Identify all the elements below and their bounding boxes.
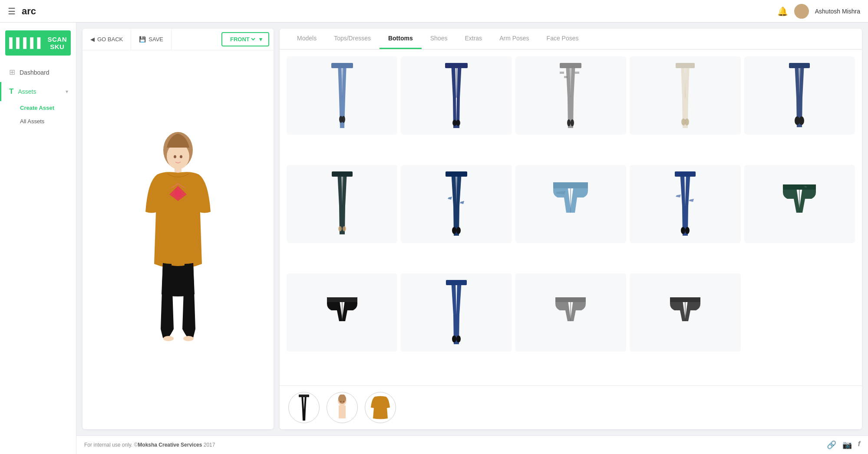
list-item[interactable]: [401, 56, 512, 135]
selected-model-circle[interactable]: [327, 392, 358, 423]
preview-panel: ◀ GO BACK 💾 SAVE FRONT BACK SIDE ▾: [83, 29, 274, 429]
main-layout: ▌▌▌▌▌ SCAN SKU ⊞ Dashboard T Assets ▾ Cr…: [0, 23, 868, 454]
svg-point-36: [343, 226, 346, 231]
svg-point-8: [174, 155, 176, 158]
hamburger-menu[interactable]: ☰: [8, 6, 16, 16]
avatar: [794, 4, 809, 19]
sidebar-assets-label: Assets: [18, 88, 36, 95]
svg-point-45: [685, 227, 690, 234]
svg-rect-22: [575, 72, 579, 74]
topbar-right: 🔔 Ashutosh Mishra: [777, 4, 860, 19]
svg-point-13: [342, 116, 345, 123]
svg-rect-21: [564, 76, 568, 78]
list-item[interactable]: [401, 165, 512, 243]
svg-point-39: [452, 227, 456, 234]
svg-rect-20: [560, 72, 564, 74]
camera-icon[interactable]: 📷: [842, 440, 852, 450]
list-item[interactable]: [287, 273, 397, 352]
svg-rect-59: [339, 405, 346, 418]
list-item[interactable]: [744, 165, 855, 243]
svg-point-17: [456, 120, 460, 126]
save-button[interactable]: 💾 SAVE: [131, 29, 172, 50]
sidebar-item-create-asset[interactable]: Create Asset: [16, 101, 76, 115]
footer-icons: 🔗 📷 f: [827, 440, 860, 450]
sidebar-dashboard-label: Dashboard: [20, 69, 50, 76]
list-item[interactable]: [515, 56, 626, 135]
svg-point-60: [338, 395, 346, 404]
footer-copyright: For internal use only. ©Moksha Creative …: [84, 442, 215, 448]
list-item[interactable]: [287, 165, 397, 243]
view-dropdown[interactable]: FRONT BACK SIDE ▾: [221, 32, 269, 46]
notification-bell-icon[interactable]: 🔔: [777, 6, 788, 16]
list-item[interactable]: [744, 56, 855, 135]
scan-sku-label: SCAN SKU: [47, 36, 67, 50]
svg-point-23: [567, 119, 571, 126]
scan-sku-button[interactable]: ▌▌▌▌▌ SCAN SKU: [5, 30, 71, 56]
svg-point-52: [456, 336, 461, 342]
svg-point-9: [180, 155, 182, 158]
selected-bottom-circle[interactable]: [288, 392, 320, 423]
footer-company: Moksha Creative Services: [138, 442, 202, 448]
svg-point-24: [571, 119, 574, 126]
barcode-icon: ▌▌▌▌▌: [9, 37, 44, 49]
preview-image-area: [83, 50, 274, 429]
sidebar-item-all-assets[interactable]: All Assets: [16, 115, 76, 128]
bottoms-grid: [280, 49, 862, 385]
tab-models[interactable]: Models: [288, 29, 325, 49]
list-item[interactable]: [515, 165, 626, 243]
svg-point-35: [338, 226, 342, 231]
assets-icon: T: [9, 87, 13, 96]
svg-point-1: [796, 14, 807, 19]
svg-rect-56: [670, 297, 700, 302]
svg-point-44: [681, 227, 685, 234]
sidebar-item-assets[interactable]: T Assets ▾: [0, 82, 76, 101]
svg-rect-42: [553, 182, 588, 188]
svg-rect-47: [783, 184, 816, 190]
footer: For internal use only. ©Moksha Creative …: [76, 435, 868, 454]
list-item[interactable]: [630, 56, 740, 135]
svg-point-5: [175, 190, 182, 197]
tab-shoes[interactable]: Shoes: [422, 29, 456, 49]
svg-point-61: [340, 401, 342, 402]
sidebar-item-dashboard[interactable]: ⊞ Dashboard: [0, 63, 76, 82]
svg-rect-54: [555, 297, 586, 302]
chevron-down-icon: ▾: [66, 89, 68, 95]
topbar: ☰ arc 🔔 Ashutosh Mishra: [0, 0, 868, 23]
svg-point-51: [452, 336, 456, 342]
topbar-left: ☰ arc: [8, 6, 36, 17]
svg-rect-43: [675, 171, 696, 177]
go-back-label: GO BACK: [97, 36, 123, 43]
svg-point-32: [799, 116, 804, 125]
go-back-button[interactable]: ◀ GO BACK: [83, 29, 131, 50]
tab-face-poses[interactable]: Face Poses: [538, 29, 587, 49]
svg-rect-50: [446, 280, 467, 285]
username-label: Ashutosh Mishra: [815, 8, 860, 15]
view-select[interactable]: FRONT BACK SIDE: [228, 36, 257, 43]
list-item[interactable]: [401, 273, 512, 352]
link-icon[interactable]: 🔗: [827, 440, 836, 450]
svg-point-62: [343, 401, 344, 402]
tab-arm-poses[interactable]: Arm Poses: [491, 29, 538, 49]
save-label: SAVE: [149, 36, 163, 43]
app-logo: arc: [22, 6, 36, 17]
list-item[interactable]: [630, 273, 740, 352]
selected-top-circle[interactable]: [365, 392, 396, 423]
dashboard-icon: ⊞: [9, 68, 15, 77]
list-item[interactable]: [630, 165, 740, 243]
picker-selected-bar: [280, 385, 862, 429]
content-area: ◀ GO BACK 💾 SAVE FRONT BACK SIDE ▾: [76, 23, 868, 454]
svg-rect-57: [299, 395, 309, 397]
svg-rect-49: [327, 297, 357, 302]
picker-tabs: Models Tops/Dresses Bottoms Shoes Extras…: [280, 29, 862, 49]
list-item[interactable]: [287, 56, 397, 135]
sidebar-nav: ⊞ Dashboard T Assets ▾ Create Asset All …: [0, 63, 76, 128]
list-item[interactable]: [515, 273, 626, 352]
facebook-icon[interactable]: f: [858, 440, 860, 450]
tab-bottoms[interactable]: Bottoms: [380, 29, 422, 49]
picker-panel: Models Tops/Dresses Bottoms Shoes Extras…: [280, 29, 862, 429]
svg-point-28: [685, 118, 689, 125]
tab-tops-dresses[interactable]: Tops/Dresses: [325, 29, 380, 49]
editor-wrapper: ◀ GO BACK 💾 SAVE FRONT BACK SIDE ▾: [76, 23, 868, 435]
tab-extras[interactable]: Extras: [456, 29, 491, 49]
svg-point-7: [183, 336, 194, 341]
